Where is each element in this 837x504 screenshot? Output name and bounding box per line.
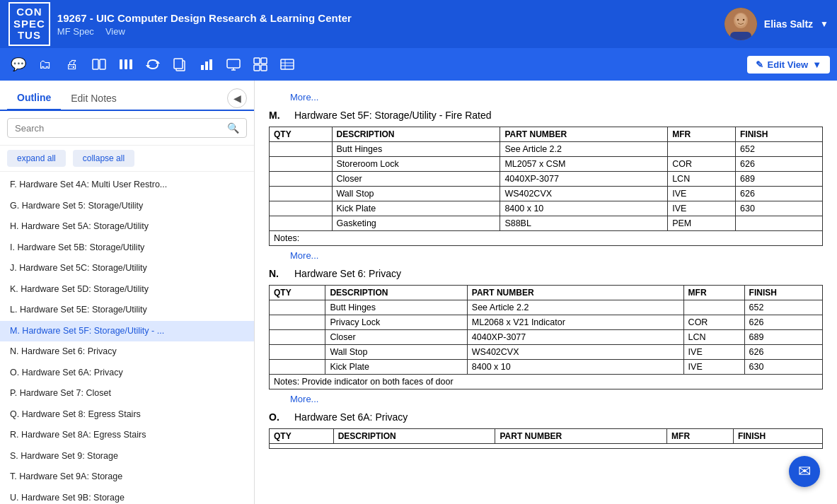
toolbar-columns-icon[interactable] — [115, 53, 137, 76]
more-link[interactable]: More... — [290, 394, 823, 404]
outline-item[interactable]: N. Hardware Set 6: Privacy — [0, 341, 254, 363]
table-header: DESCRIPTION — [325, 286, 467, 300]
outline-item[interactable]: M. Hardware Set 5F: Storage/Utility - ..… — [0, 321, 254, 342]
svg-rect-15 — [201, 65, 204, 70]
table-cell: WS402CVX — [467, 345, 683, 360]
outline-item[interactable]: F. Hardware Set 4A: Multi User Restro... — [0, 175, 254, 196]
table-cell — [270, 315, 325, 330]
table-cell: 8400 x 10 — [467, 360, 683, 375]
outline-item[interactable]: S. Hardware Set 9: Storage — [0, 446, 254, 467]
table-cell — [270, 142, 333, 157]
more-link-top[interactable]: More... — [290, 92, 823, 102]
user-name: Elias Saltz — [764, 18, 813, 30]
sidebar-search: 🔍 — [0, 111, 254, 146]
table-cell — [270, 172, 333, 187]
svg-rect-18 — [227, 59, 240, 68]
toolbar-split-icon[interactable] — [88, 53, 110, 76]
table-cell — [270, 187, 333, 201]
table-cell: WS402CVX — [500, 187, 668, 201]
svg-rect-23 — [281, 59, 294, 69]
section-heading: N.Hardware Set 6: Privacy — [269, 268, 823, 279]
tab-edit-notes[interactable]: Edit Notes — [61, 87, 127, 110]
section-letter: O. — [269, 411, 283, 423]
outline-item[interactable]: K. Hardware Set 5D: Storage/Utility — [0, 279, 254, 300]
table-cell: Storeroom Lock — [332, 157, 500, 172]
top-header: CONSPECTUS 19267 - UIC Computer Design R… — [0, 0, 837, 48]
toolbar-folder-icon[interactable]: 🗂 — [34, 53, 57, 76]
table-cell: ML2068 x V21 Indicator — [467, 315, 683, 330]
table-row: Wall StopWS402CVXIVE626 — [270, 187, 823, 201]
message-fab[interactable]: ✉ — [789, 456, 820, 487]
toolbar-chart-icon[interactable] — [195, 53, 218, 76]
table-row: Wall StopWS402CVXIVE626 — [270, 345, 823, 360]
table-cell — [270, 157, 333, 172]
table-cell: 626 — [744, 345, 822, 360]
outline-item[interactable]: G. Hardware Set 5: Storage/Utility — [0, 196, 254, 217]
svg-point-4 — [737, 19, 739, 20]
table-cell — [270, 345, 325, 360]
table-cell: Closer — [325, 330, 467, 345]
table-cell — [668, 142, 736, 157]
outline-item[interactable]: O. Hardware Set 6A: Privacy — [0, 363, 254, 384]
tab-outline[interactable]: Outline — [7, 86, 61, 111]
user-dropdown-arrow[interactable]: ▼ — [820, 19, 829, 29]
table-cell: 626 — [735, 187, 822, 201]
outline-item[interactable]: P. Hardware Set 7: Closet — [0, 383, 254, 404]
svg-rect-9 — [125, 59, 127, 69]
svg-rect-8 — [120, 59, 122, 69]
section-letter: M. — [269, 110, 283, 121]
notes-cell: Notes: — [270, 231, 823, 246]
nav-view[interactable]: View — [105, 26, 125, 37]
table-cell: 630 — [735, 201, 822, 216]
table-row: Storeroom LockML2057 x CSMCOR626 — [270, 157, 823, 172]
search-input[interactable] — [15, 123, 223, 134]
collapse-all-button[interactable]: collapse all — [73, 150, 134, 167]
toolbar-comment-icon[interactable]: 💬 — [7, 53, 30, 76]
toolbar-print-icon[interactable]: 🖨 — [61, 53, 83, 76]
outline-item[interactable]: H. Hardware Set 5A: Storage/Utility — [0, 216, 254, 238]
outline-item[interactable]: I. Hardware Set 5B: Storage/Utility — [0, 238, 254, 259]
outline-item[interactable]: Q. Hardware Set 8: Egress Stairs — [0, 404, 254, 426]
svg-rect-21 — [254, 65, 260, 71]
toolbar-monitor-icon[interactable] — [222, 53, 245, 76]
table-cell: Butt Hinges — [325, 300, 467, 315]
toolbar-grid-icon[interactable] — [249, 53, 272, 76]
table-cell: 630 — [744, 360, 822, 375]
sidebar-collapse-button[interactable]: ◀ — [227, 88, 247, 108]
toolbar-copy-icon[interactable] — [168, 53, 191, 76]
table-row: Privacy LockML2068 x V21 IndicatorCOR626 — [270, 315, 823, 330]
table-cell: 4040XP-3077 — [500, 172, 668, 187]
nav-mf-spec[interactable]: MF Spec — [57, 26, 94, 37]
edit-view-label: Edit View — [768, 59, 809, 70]
table-header: MFR — [668, 127, 736, 142]
more-link[interactable]: More... — [290, 250, 823, 261]
outline-item[interactable]: T. Hardware Set 9A: Storage — [0, 467, 254, 488]
notes-row — [270, 444, 823, 449]
table-cell: COR — [668, 157, 736, 172]
hardware-table: QTYDESCRIPTIONPART NUMBERMFRFINISH — [269, 428, 823, 449]
table-cell: LCN — [668, 172, 736, 187]
outline-item[interactable]: R. Hardware Set 8A: Egress Stairs — [0, 425, 254, 446]
table-cell: Wall Stop — [332, 187, 500, 201]
toolbar-sync-icon[interactable] — [142, 53, 164, 76]
outline-item[interactable]: J. Hardware Set 5C: Storage/Utility — [0, 258, 254, 279]
svg-point-5 — [743, 19, 744, 20]
edit-view-arrow: ▼ — [812, 59, 821, 70]
expand-all-button[interactable]: expand all — [7, 150, 66, 167]
section-heading: O.Hardware Set 6A: Privacy — [269, 411, 823, 423]
table-header: PART NUMBER — [467, 286, 683, 300]
outline-item[interactable]: U. Hardware Set 9B: Storage — [0, 488, 254, 505]
table-cell: 4040XP-3077 — [467, 330, 683, 345]
table-header: DESCRIPTION — [333, 429, 495, 444]
toolbar-table-icon[interactable] — [276, 53, 299, 76]
edit-view-button[interactable]: ✎ Edit View ▼ — [747, 56, 830, 74]
table-header: QTY — [270, 127, 333, 142]
table-cell — [735, 216, 822, 231]
table-cell: 652 — [744, 300, 822, 315]
table-cell: Closer — [332, 172, 500, 187]
table-cell: COR — [683, 315, 744, 330]
outline-item[interactable]: L. Hardware Set 5E: Storage/Utility — [0, 300, 254, 321]
table-cell — [270, 201, 333, 216]
table-cell: Kick Plate — [325, 360, 467, 375]
table-row: Closer4040XP-3077LCN689 — [270, 172, 823, 187]
